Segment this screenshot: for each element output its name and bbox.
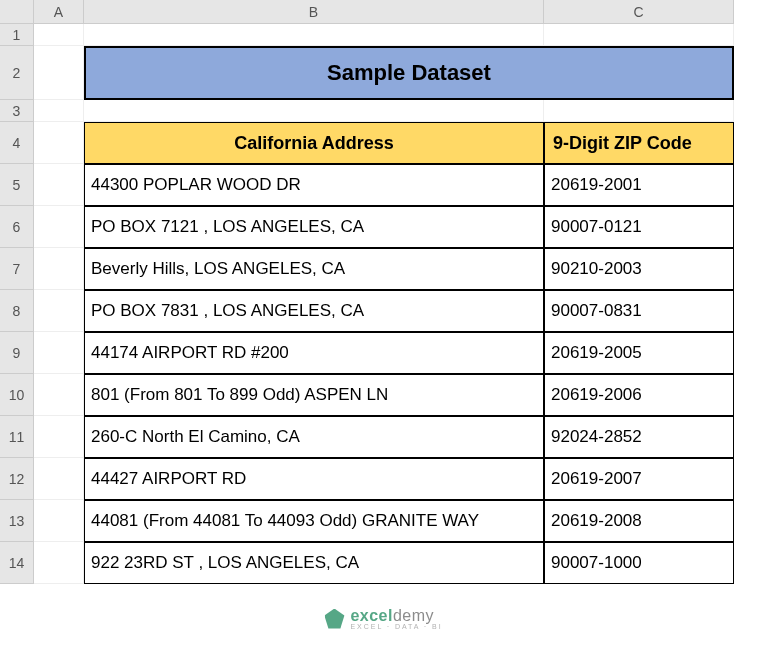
cell-address[interactable]: 922 23RD ST , LOS ANGELES, CA — [84, 542, 544, 584]
watermark-sub: EXCEL · DATA · BI — [350, 623, 442, 630]
cell-zip[interactable]: 90210-2003 — [544, 248, 734, 290]
row-header-6[interactable]: 6 — [0, 206, 34, 248]
cell-a3[interactable] — [34, 100, 84, 122]
spreadsheet: A B C 1 2 Sample Dataset 3 4 California … — [0, 0, 767, 584]
cell-zip[interactable]: 20619-2007 — [544, 458, 734, 500]
row-header-13[interactable]: 13 — [0, 500, 34, 542]
cell-a1[interactable] — [34, 24, 84, 46]
row-header-9[interactable]: 9 — [0, 332, 34, 374]
row-header-4[interactable]: 4 — [0, 122, 34, 164]
col-header-a[interactable]: A — [34, 0, 84, 24]
col-header-b[interactable]: B — [84, 0, 544, 24]
cell-address[interactable]: 801 (From 801 To 899 Odd) ASPEN LN — [84, 374, 544, 416]
cell-a13[interactable] — [34, 500, 84, 542]
header-zip[interactable]: 9-Digit ZIP Code — [544, 122, 734, 164]
cell-address[interactable]: PO BOX 7121 , LOS ANGELES, CA — [84, 206, 544, 248]
watermark-brand-b: demy — [393, 607, 434, 624]
cell-a12[interactable] — [34, 458, 84, 500]
cell-address[interactable]: PO BOX 7831 , LOS ANGELES, CA — [84, 290, 544, 332]
cell-a10[interactable] — [34, 374, 84, 416]
cell-c3[interactable] — [544, 100, 734, 122]
watermark: exceldemy EXCEL · DATA · BI — [324, 607, 442, 630]
cell-zip[interactable]: 20619-2005 — [544, 332, 734, 374]
cell-c1[interactable] — [544, 24, 734, 46]
cell-zip[interactable]: 90007-0831 — [544, 290, 734, 332]
title-cell[interactable]: Sample Dataset — [84, 46, 734, 100]
cell-zip[interactable]: 20619-2006 — [544, 374, 734, 416]
cell-a2[interactable] — [34, 46, 84, 100]
cell-zip[interactable]: 20619-2008 — [544, 500, 734, 542]
row-header-8[interactable]: 8 — [0, 290, 34, 332]
cell-address[interactable]: 44300 POPLAR WOOD DR — [84, 164, 544, 206]
row-header-3[interactable]: 3 — [0, 100, 34, 122]
cell-a14[interactable] — [34, 542, 84, 584]
cell-zip[interactable]: 90007-0121 — [544, 206, 734, 248]
row-header-12[interactable]: 12 — [0, 458, 34, 500]
cell-a5[interactable] — [34, 164, 84, 206]
cell-zip[interactable]: 92024-2852 — [544, 416, 734, 458]
corner-cell[interactable] — [0, 0, 34, 24]
row-header-5[interactable]: 5 — [0, 164, 34, 206]
watermark-brand-a: excel — [350, 607, 393, 624]
row-header-7[interactable]: 7 — [0, 248, 34, 290]
cell-address[interactable]: 44081 (From 44081 To 44093 Odd) GRANITE … — [84, 500, 544, 542]
row-header-14[interactable]: 14 — [0, 542, 34, 584]
cell-address[interactable]: 44174 AIRPORT RD #200 — [84, 332, 544, 374]
cell-a6[interactable] — [34, 206, 84, 248]
cell-a8[interactable] — [34, 290, 84, 332]
cell-b1[interactable] — [84, 24, 544, 46]
watermark-text-wrap: exceldemy EXCEL · DATA · BI — [350, 607, 442, 630]
cell-a4[interactable] — [34, 122, 84, 164]
cell-b3[interactable] — [84, 100, 544, 122]
row-header-2[interactable]: 2 — [0, 46, 34, 100]
cell-a7[interactable] — [34, 248, 84, 290]
cell-a11[interactable] — [34, 416, 84, 458]
cell-address[interactable]: 44427 AIRPORT RD — [84, 458, 544, 500]
row-header-11[interactable]: 11 — [0, 416, 34, 458]
cell-address[interactable]: 260-C North El Camino, CA — [84, 416, 544, 458]
col-header-c[interactable]: C — [544, 0, 734, 24]
cell-a9[interactable] — [34, 332, 84, 374]
cell-zip[interactable]: 90007-1000 — [544, 542, 734, 584]
row-header-1[interactable]: 1 — [0, 24, 34, 46]
cell-zip[interactable]: 20619-2001 — [544, 164, 734, 206]
exceldemy-logo-icon — [324, 609, 344, 629]
cell-address[interactable]: Beverly Hills, LOS ANGELES, CA — [84, 248, 544, 290]
row-header-10[interactable]: 10 — [0, 374, 34, 416]
header-address[interactable]: California Address — [84, 122, 544, 164]
